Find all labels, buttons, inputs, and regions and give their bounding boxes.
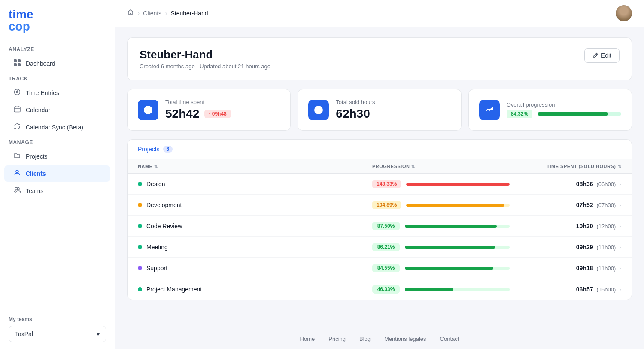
breadcrumb-sep-2: › — [165, 9, 167, 17]
row-prog-bar-fill-3 — [405, 246, 495, 249]
breadcrumb-current: Steuber-Hand — [170, 10, 208, 17]
row-prog-bar-bg-3 — [405, 246, 510, 249]
home-icon[interactable] — [127, 9, 134, 18]
row-time-sold-5: (15h00) — [597, 286, 616, 293]
row-dot-4 — [138, 266, 142, 270]
calendar-icon — [13, 106, 21, 114]
svg-point-13 — [17, 188, 19, 190]
stat-time-badge: - 09h48 — [204, 110, 231, 118]
stat-prog-icon — [479, 100, 500, 120]
row-prog-badge-1: 104.89% — [372, 201, 401, 209]
stat-time-info: Total time spent 52h42 - 09h48 — [165, 99, 280, 121]
col-time-spent[interactable]: TIME SPENT (sold hours) ⇅ — [510, 164, 621, 169]
svg-rect-2 — [14, 63, 17, 66]
col-name[interactable]: NAME ⇅ — [138, 164, 372, 169]
topbar: › Clients › Steuber-Hand — [115, 0, 644, 27]
stat-sold-info: Total sold hours 62h30 — [336, 99, 450, 121]
edit-button[interactable]: Edit — [584, 48, 620, 63]
clients-label: Clients — [26, 170, 46, 177]
row-prog-bar-bg-4 — [405, 267, 510, 270]
team-selector[interactable]: TaxPal ▾ — [9, 326, 106, 342]
edit-icon — [592, 52, 598, 58]
row-label-3: Meeting — [146, 244, 168, 251]
footer-link[interactable]: Mentions légales — [384, 336, 426, 342]
breadcrumb-sep-1: › — [137, 9, 140, 17]
row-prog-badge-5: 46.33% — [372, 285, 400, 294]
col-prog-sort: ⇅ — [411, 164, 415, 169]
row-time-3: 09h29 (11h00) › — [510, 244, 621, 251]
row-time-main-5: 06h57 — [576, 286, 593, 293]
row-prog-4: 84.55% — [372, 264, 510, 272]
row-name-4: Support — [138, 265, 372, 272]
client-name: Steuber-Hand — [140, 48, 270, 61]
svg-rect-0 — [14, 59, 17, 62]
row-time-4: 09h18 (11h00) › — [510, 265, 621, 272]
col-prog-label: PROGRESSION — [372, 164, 410, 169]
row-time-main-4: 09h18 — [576, 265, 593, 272]
stat-progression: Overall progression 84.32% — [468, 89, 632, 131]
col-time-sort: ⇅ — [618, 164, 622, 169]
logo-time: time — [9, 8, 33, 21]
table-row[interactable]: Design 143.33% 08h36 (06h00) › — [128, 174, 632, 195]
tab-projects-count: 6 — [163, 146, 173, 153]
footer-link[interactable]: Blog — [359, 336, 371, 342]
sidebar-item-time-entries[interactable]: Time Entries — [4, 85, 110, 101]
table-row[interactable]: Support 84.55% 09h18 (11h00) › — [128, 258, 632, 279]
table-row[interactable]: Project Management 46.33% 06h57 (15h00) … — [128, 279, 632, 300]
page-footer: HomePricingBlogMentions légalesContact — [115, 329, 644, 349]
section-manage: Manage — [0, 136, 115, 148]
table-row[interactable]: Development 104.89% 07h52 (07h30) › — [128, 195, 632, 216]
breadcrumb: › Clients › Steuber-Hand — [127, 9, 208, 18]
breadcrumb-clients[interactable]: Clients — [143, 10, 161, 17]
stat-time-icon — [138, 100, 158, 120]
table-row[interactable]: Code Review 87.50% 10h30 (12h00) › — [128, 216, 632, 237]
sidebar-item-dashboard[interactable]: Dashboard — [4, 55, 110, 72]
row-prog-bar-fill-4 — [405, 267, 493, 270]
tab-projects[interactable]: Projects 6 — [136, 140, 174, 159]
sidebar: time cop Analyze Dashboard Track Time En… — [0, 0, 115, 349]
row-dot-5 — [138, 287, 142, 291]
footer-link[interactable]: Home — [300, 336, 315, 342]
footer-link[interactable]: Contact — [440, 336, 459, 342]
stat-prog-badge: 84.32% — [507, 110, 533, 118]
teams-label: Teams — [26, 187, 43, 194]
row-label-2: Code Review — [146, 223, 182, 230]
row-time-5: 06h57 (15h00) › — [510, 286, 621, 293]
row-prog-bar-fill-2 — [405, 225, 497, 228]
row-name-2: Code Review — [138, 223, 372, 230]
sidebar-item-calendar-sync[interactable]: Calendar Sync (Beta) — [4, 119, 110, 135]
page-content: Steuber-Hand Created 6 months ago - Upda… — [115, 27, 644, 329]
row-prog-bar-fill-5 — [405, 288, 453, 291]
logo-cop: cop — [9, 20, 30, 33]
row-time-sold-4: (11h00) — [597, 265, 616, 272]
row-label-1: Development — [146, 202, 182, 208]
sidebar-footer: My teams TaxPal ▾ — [0, 311, 115, 342]
row-chevron-4: › — [619, 265, 621, 272]
row-time-main-3: 09h29 — [576, 244, 593, 251]
table-row[interactable]: Meeting 86.21% 09h29 (11h00) › — [128, 237, 632, 258]
client-header-card: Steuber-Hand Created 6 months ago - Upda… — [127, 37, 632, 80]
col-progression[interactable]: PROGRESSION ⇅ — [372, 164, 510, 169]
row-chevron-1: › — [619, 202, 621, 208]
avatar[interactable] — [616, 5, 632, 21]
row-dot-2 — [138, 224, 142, 228]
row-prog-1: 104.89% — [372, 201, 510, 209]
row-prog-bar-bg-1 — [406, 204, 510, 207]
stat-time-label: Total time spent — [165, 99, 280, 105]
col-name-sort: ⇅ — [154, 164, 158, 169]
sidebar-item-projects[interactable]: Projects — [4, 148, 110, 165]
row-prog-bar-bg-5 — [405, 288, 510, 291]
row-time-sold-3: (11h00) — [597, 244, 616, 251]
footer-link[interactable]: Pricing — [328, 336, 346, 342]
stat-sold-value: 62h30 — [336, 107, 450, 121]
sidebar-item-clients[interactable]: Clients — [4, 165, 110, 182]
stat-sold-label: Total sold hours — [336, 99, 450, 105]
row-label-4: Support — [146, 265, 167, 272]
svg-point-11 — [16, 170, 18, 173]
sidebar-item-calendar[interactable]: Calendar — [4, 102, 110, 118]
time-entries-label: Time Entries — [26, 89, 59, 96]
row-time-0: 08h36 (06h00) › — [510, 181, 621, 187]
row-prog-badge-2: 87.50% — [372, 222, 400, 230]
col-time-label: TIME SPENT (sold hours) — [547, 164, 616, 169]
sidebar-item-teams[interactable]: Teams — [4, 183, 110, 199]
